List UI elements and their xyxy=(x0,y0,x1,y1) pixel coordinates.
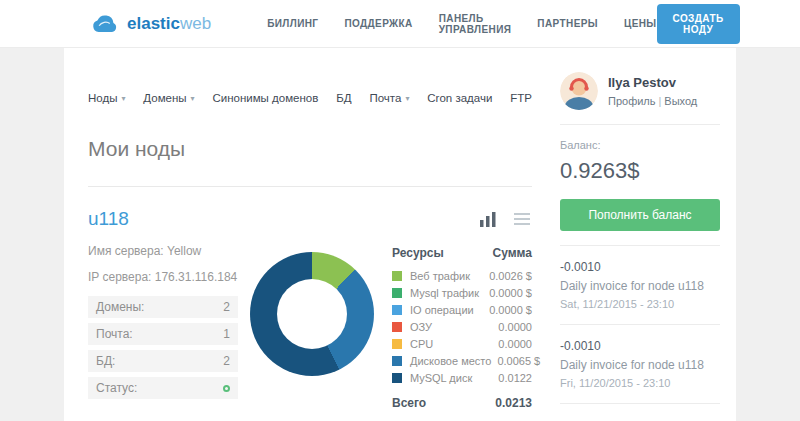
topup-balance-button[interactable]: Пополнить баланс xyxy=(560,199,720,231)
resource-row-mysql-disk: MySQL диск 0.0122 xyxy=(392,372,532,384)
logo[interactable]: elasticweb xyxy=(88,13,211,35)
subnav-nodes[interactable]: Ноды▾ xyxy=(88,92,125,104)
invoice-description: Daily invoice for node u118 xyxy=(560,358,720,372)
status-ok-icon xyxy=(223,385,230,392)
legend-swatch xyxy=(392,271,402,281)
divider xyxy=(560,403,720,404)
divider xyxy=(560,124,720,125)
resource-row-ram: ОЗУ 0.0000 xyxy=(392,321,532,333)
subnav-mail[interactable]: Почта▾ xyxy=(369,92,409,104)
resource-row-cpu: CPU 0.0000 xyxy=(392,338,532,350)
resource-row-web-traffic: Веб трафик 0.0026 $ xyxy=(392,270,532,282)
chevron-down-icon: ▾ xyxy=(191,94,195,103)
resources-table: Ресурсы Сумма Веб трафик 0.0026 $ Mysql … xyxy=(392,244,532,410)
list-view-button[interactable] xyxy=(512,211,532,227)
nav-prices[interactable]: ЦЕНЫ xyxy=(624,18,657,29)
col-resource: Ресурсы xyxy=(392,246,444,260)
brand-name: elasticweb xyxy=(127,14,211,34)
page-content: Ноды▾ Домены▾ Синонимы доменов БД Почта▾… xyxy=(64,48,736,421)
balance-label: Баланс: xyxy=(560,139,720,151)
invoice-date: Fri, 11/20/2015 - 23:10 xyxy=(560,377,720,389)
node-title-link[interactable]: u118 xyxy=(88,208,129,230)
page-title: Мои ноды xyxy=(88,137,532,161)
subnav-ftp[interactable]: FTP xyxy=(510,92,532,104)
nav-control-panel[interactable]: ПАНЕЛЬ УПРАВЛЕНИЯ xyxy=(439,13,512,35)
subnav: Ноды▾ Домены▾ Синонимы доменов БД Почта▾… xyxy=(88,92,532,104)
balance-value: 0.9263$ xyxy=(560,158,720,184)
main-nav: БИЛЛИНГ ПОДДЕРЖКА ПАНЕЛЬ УПРАВЛЕНИЯ ПАРТ… xyxy=(267,13,656,35)
invoice-description: Daily invoice for node u118 xyxy=(560,279,720,293)
divider xyxy=(88,186,532,187)
hamburger-icon xyxy=(514,213,530,228)
top-header: elasticweb БИЛЛИНГ ПОДДЕРЖКА ПАНЕЛЬ УПРА… xyxy=(0,0,800,48)
nav-billing[interactable]: БИЛЛИНГ xyxy=(267,18,318,29)
stat-row-domains: Домены:2 xyxy=(88,296,238,318)
node-card: u118 xyxy=(88,208,532,410)
invoice-entry: -0.0010 Daily invoice for node u118 Fri,… xyxy=(560,339,720,389)
user-name: Ilya Pestov xyxy=(608,75,697,90)
cloud-logo-icon xyxy=(88,13,120,35)
invoice-amount: -0.0010 xyxy=(560,260,720,274)
divider xyxy=(560,245,720,246)
resource-row-disk: Дисковое место 0.0065 $ xyxy=(392,355,532,367)
donut-wrap xyxy=(250,252,374,410)
invoice-amount: -0.0010 xyxy=(560,339,720,353)
user-block: Ilya Pestov Профиль|Выход xyxy=(560,72,720,110)
main-panel: Ноды▾ Домены▾ Синонимы доменов БД Почта▾… xyxy=(64,48,560,421)
legend-swatch xyxy=(392,288,402,298)
stat-row-db: БД:2 xyxy=(88,350,238,372)
stat-row-status: Статус: xyxy=(88,377,238,399)
resources-header: Ресурсы Сумма xyxy=(392,246,532,260)
nav-support[interactable]: ПОДДЕРЖКА xyxy=(344,18,412,29)
chevron-down-icon: ▾ xyxy=(405,94,409,103)
legend-swatch xyxy=(392,373,402,383)
bar-chart-icon xyxy=(480,215,496,230)
links-separator: | xyxy=(659,95,662,107)
subnav-domain-aliases[interactable]: Синонимы доменов xyxy=(212,92,318,104)
sidebar: Ilya Pestov Профиль|Выход Баланс: 0.9263… xyxy=(560,48,736,421)
chart-view-button[interactable] xyxy=(478,210,498,229)
subnav-db[interactable]: БД xyxy=(336,92,351,104)
create-node-button[interactable]: СОЗДАТЬ НОДУ xyxy=(657,4,740,44)
server-name-line: Имя сервера: Yellow xyxy=(88,244,238,258)
donut-chart xyxy=(250,252,374,376)
donut-hole xyxy=(277,279,347,349)
resource-row-mysql-traffic: Mysql трафик 0.0000 $ xyxy=(392,287,532,299)
resource-row-io: IO операции 0.0000 $ xyxy=(392,304,532,316)
profile-link[interactable]: Профиль xyxy=(608,95,656,107)
stat-row-mail: Почта:1 xyxy=(88,323,238,345)
nav-partners[interactable]: ПАРТНЕРЫ xyxy=(537,18,598,29)
subnav-domains[interactable]: Домены▾ xyxy=(143,92,194,104)
avatar[interactable] xyxy=(560,72,598,110)
chevron-down-icon: ▾ xyxy=(121,94,125,103)
legend-swatch xyxy=(392,339,402,349)
invoice-entry: -0.0010 Daily invoice for node u118 Sat,… xyxy=(560,260,720,310)
resources-total-row: Всего 0.0213 xyxy=(392,396,532,410)
legend-swatch xyxy=(392,305,402,315)
divider xyxy=(560,324,720,325)
logout-link[interactable]: Выход xyxy=(664,95,697,107)
col-sum: Сумма xyxy=(493,246,532,260)
node-info: Имя сервера: Yellow IP сервера: 176.31.1… xyxy=(88,244,238,410)
legend-swatch xyxy=(392,322,402,332)
invoice-date: Sat, 11/21/2015 - 23:10 xyxy=(560,298,720,310)
server-ip-line: IP сервера: 176.31.116.184 xyxy=(88,270,238,284)
legend-swatch xyxy=(392,356,402,366)
subnav-cron[interactable]: Cron задачи xyxy=(427,92,492,104)
